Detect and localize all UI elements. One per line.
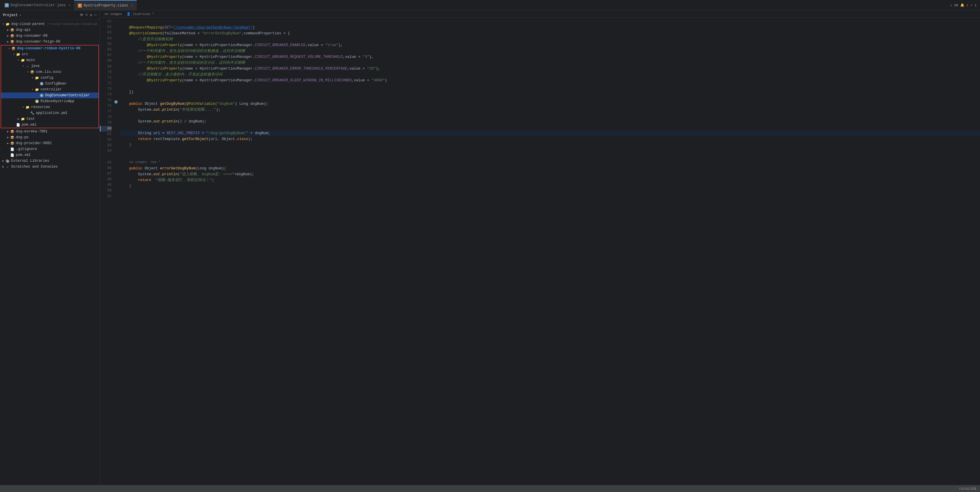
src-arrow: ▾ — [12, 53, 16, 56]
tab-dog-consumer-controller[interactable]: J DogConsumerController.java ✕ — [1, 0, 74, 11]
sidebar-item-dog-consumer-controller[interactable]: C DogConsumerController — [1, 92, 99, 98]
rpom-icon: 📄 — [10, 153, 15, 158]
tab-close-dog-consumer[interactable]: ✕ — [68, 3, 70, 7]
dc80-icon: 📦 — [10, 33, 15, 38]
sidebar-item-ribbon-hystrix-app[interactable]: A RibbonHystrixApp — [1, 98, 99, 104]
code-line-meta: no usages new * — [120, 160, 980, 166]
class-tab-icon: C — [78, 3, 82, 8]
line-numbers: 61 62 63 64 65 66 67 68 69 70 71 72 73 7… — [100, 18, 114, 485]
gi-label: .gitignore — [16, 147, 37, 151]
code-line-68: //一个时间窗内，发生远程访问错误的百分比，达到则开启熔断 — [120, 60, 980, 66]
sidebar-item-config[interactable]: ▾ 📁 config — [1, 75, 99, 81]
sidebar-item-application-yml[interactable]: 🔧 application.yml — [1, 110, 99, 116]
root-icon: 📁 — [5, 22, 10, 26]
src-label: src — [22, 52, 28, 56]
close-sidebar-icon[interactable]: — — [94, 13, 97, 18]
user-label: 👤 liuersusu * — [127, 12, 154, 16]
sidebar-item-dog-eureka-7001[interactable]: ▶ 📦 dog-eureka-7001 — [0, 129, 100, 134]
config-label: config — [40, 76, 53, 80]
config-arrow: ▾ — [30, 76, 35, 80]
rha-label: RibbonHystrixApp — [40, 99, 74, 103]
de7001-icon: 📦 — [10, 129, 15, 134]
sidebar-item-config-bean[interactable]: C ConfigBean — [1, 81, 99, 87]
sidebar-header-icons: ⟳ ≡ ⚙ — — [80, 13, 97, 18]
tab-hystrix-property[interactable]: C HystrixProperty.class ✕ — [74, 0, 137, 11]
sidebar-item-scratches-consoles[interactable]: ▶ ✏️ Scratches and Consoles — [0, 164, 100, 170]
ext-icon: 📚 — [5, 159, 10, 163]
sidebar-item-dog-provider-8001[interactable]: ▶ 📦 dog-provider-8001 — [0, 140, 100, 146]
sidebar-item-external-libraries[interactable]: ▶ 📚 External Libraries — [0, 158, 100, 164]
collapse-icon[interactable]: ≡ — [86, 13, 88, 18]
sync-icon[interactable]: ⟳ — [80, 13, 83, 18]
dcrh-icon: 📦 — [11, 46, 16, 51]
tab-close-hystrix[interactable]: ✕ — [131, 3, 133, 7]
sidebar-item-controller[interactable]: ▾ 📁 controller — [1, 87, 99, 92]
sidebar-item-module-pom[interactable]: 📄 pom.xml — [1, 122, 99, 128]
dog-api-icon: 📦 — [10, 28, 15, 32]
code-line-61 — [120, 19, 980, 25]
sidebar-item-test[interactable]: ▶ 📁 test — [1, 116, 99, 122]
dcf80-arrow: ▶ — [6, 40, 10, 43]
settings-icon[interactable]: ⚙ — [90, 13, 92, 18]
dcf80-icon: 📦 — [10, 39, 15, 44]
svg-text:A: A — [37, 100, 38, 103]
sidebar-header: Project ▾ ⟳ ≡ ⚙ — — [0, 11, 100, 20]
ok-badge[interactable]: ✓ 1 — [970, 3, 977, 7]
code-line-82: } — [120, 142, 980, 148]
de7001-arrow: ▶ — [6, 130, 10, 133]
editor-area: no usages 👤 liuersusu * 61 62 63 64 65 6… — [100, 11, 980, 485]
sidebar-item-dog-consumer-80[interactable]: ▶ 📦 dog-consumer-80 — [0, 33, 100, 39]
sidebar-item-java[interactable]: ▾ ☕ java — [1, 63, 99, 69]
code-line-75: public Object getDogByNum(@PathVariable(… — [120, 101, 980, 107]
code-container[interactable]: 61 62 63 64 65 66 67 68 69 70 71 72 73 7… — [100, 18, 980, 485]
code-line-66: //一个时间窗内，发生远程访问错误的次数阈值，达到开启熔断 — [120, 48, 980, 54]
alert-badge[interactable]: 🔔 1 — [960, 3, 968, 7]
code-line-91 — [120, 195, 980, 201]
ctrl-icon: 📁 — [35, 87, 39, 92]
sidebar-item-resources[interactable]: ▾ 📁 resources — [1, 104, 99, 110]
warning-badge[interactable]: ⚠ 10 — [950, 3, 958, 7]
sidebar-item-main[interactable]: ▾ 📁 main — [1, 57, 99, 63]
code-editor[interactable]: @RequestMapping(GET~"/consumer/dog/getDo… — [118, 18, 980, 485]
cb-label: ConfigBean — [45, 81, 66, 86]
code-line-84 — [120, 154, 980, 160]
sidebar-item-src[interactable]: ▾ 📁 src — [1, 51, 99, 57]
dcrh-label: dog-consumer-ribbon-hystrix-80 — [17, 46, 80, 51]
code-line-71: @HystrixProperty(name = HystrixPropertie… — [120, 78, 980, 83]
dpo-icon: 📦 — [10, 135, 15, 140]
pkg-label: com.liu.susu — [36, 70, 61, 74]
dog-api-label: dog-api — [16, 28, 30, 32]
code-line-67: @HystrixProperty(name = HystrixPropertie… — [120, 54, 980, 60]
java-icon: ☕ — [25, 64, 30, 68]
code-line-64: //是否开启熔断机制 — [120, 37, 980, 42]
gi-icon: 📄 — [10, 147, 15, 151]
ctrl-arrow: ▾ — [30, 88, 35, 91]
bottom-bar: CSCN企业版 — [0, 485, 980, 492]
sidebar-item-dog-api[interactable]: ▶ 📦 dog-api — [0, 27, 100, 33]
sidebar-item-dog-po[interactable]: ▶ 📦 dog-po — [0, 134, 100, 140]
tab-label-dog-consumer: DogConsumerController.java — [11, 3, 65, 7]
tree-root[interactable]: ▾ 📁 dog-cloud-parent ~/study/ideaStudy/i… — [0, 21, 100, 27]
root-label: dog-cloud-parent — [11, 22, 45, 26]
pkg-arrow: ▾ — [26, 70, 30, 74]
ext-arrow: ▶ — [1, 159, 5, 162]
pkg-icon: 📦 — [30, 70, 35, 74]
dp8001-label: dog-provider-8001 — [16, 141, 52, 145]
sidebar-item-gitignore[interactable]: 📄 .gitignore — [0, 146, 100, 152]
sidebar-item-com-liu-susu[interactable]: ▾ 📦 com.liu.susu — [1, 69, 99, 75]
sidebar-item-root-pom[interactable]: 📄 pom.xml — [0, 152, 100, 158]
src-icon: 📁 — [16, 52, 21, 57]
code-line-86: public Object errorGetDogByNum(Long dogN… — [120, 166, 980, 172]
sidebar-item-dog-consumer-ribbon[interactable]: ▾ 📦 dog-consumer-ribbon-hystrix-80 — [1, 46, 99, 51]
sidebar-item-dog-consumer-feign-80[interactable]: ▶ 📦 dog-consumer-feign-80 — [0, 39, 100, 45]
file-tree: ▾ 📁 dog-cloud-parent ~/study/ideaStudy/i… — [0, 20, 100, 171]
code-line-88: return "熔断—服务器忙，请稍后再试！"; — [120, 177, 980, 183]
yml-icon: 🔧 — [30, 111, 35, 115]
code-line-69: @HystrixProperty(name = HystrixPropertie… — [120, 66, 980, 72]
sc-label: Scratches and Consoles — [11, 165, 57, 169]
res-label: resources — [31, 105, 50, 109]
hystrix-group-border: ▾ 📦 dog-consumer-ribbon-hystrix-80 ▾ 📁 s… — [1, 45, 99, 128]
main-label: main — [26, 58, 35, 62]
code-line-63: @HystrixCommand(fallbackMethod = "errorG… — [120, 30, 980, 37]
res-icon: 📁 — [25, 105, 30, 110]
